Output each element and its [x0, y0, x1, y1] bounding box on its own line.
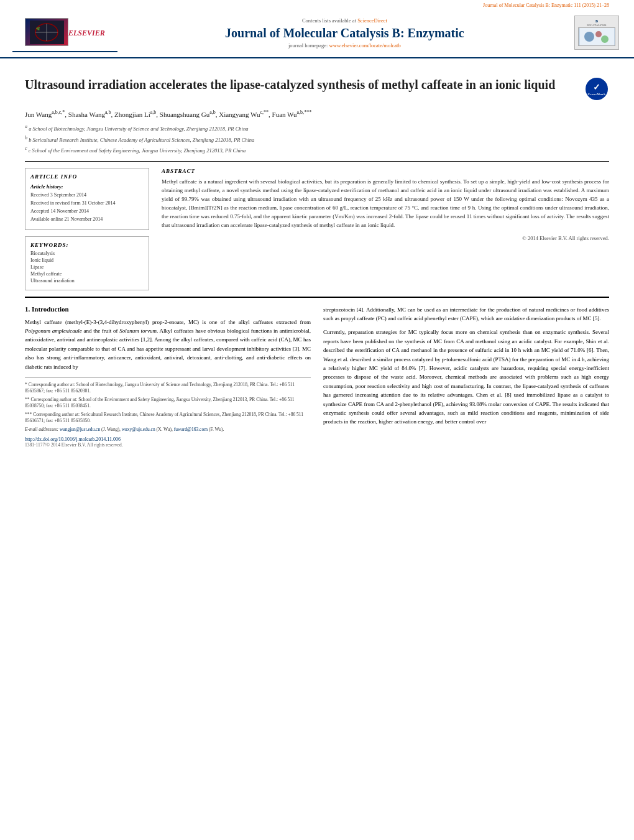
- footnotes-section: * Corresponding author at: School of Bio…: [25, 377, 311, 448]
- journal-homepage: journal homepage: www.elsevier.com/locat…: [130, 42, 559, 48]
- doi-link[interactable]: http://dx.doi.org/10.1016/j.molcatb.2014…: [25, 436, 121, 442]
- elsevier-logo-box: 🌿: [25, 18, 68, 46]
- right-col: ABSTRACT Methyl caffeate is a natural in…: [162, 168, 609, 290]
- article-history-title: Article history:: [30, 183, 144, 190]
- intro-paragraph-2: streptozotocin [4]. Additionally, MC can…: [323, 305, 609, 323]
- email-link-1[interactable]: wangjun@just.edu.cn: [60, 427, 100, 432]
- crossmark-logo: ✓ CrossMark: [584, 76, 609, 101]
- copyright-line: © 2014 Elsevier B.V. All rights reserved…: [162, 235, 609, 241]
- homepage-prefix: journal homepage:: [288, 42, 328, 48]
- svg-text:🌿: 🌿: [36, 27, 40, 31]
- footnote-1: * Corresponding author at: School of Bio…: [25, 382, 311, 395]
- journal-header: 🌿 ELSEVIER Contents lists available at S…: [0, 8, 634, 58]
- journal-title: Journal of Molecular Catalysis B: Enzyma…: [130, 26, 559, 40]
- footnote-email: E-mail addresses: wangjun@just.edu.cn (J…: [25, 427, 311, 433]
- elsevier-brand: ELSEVIER: [68, 29, 105, 38]
- crossmark-icon: ✓ CrossMark: [586, 78, 608, 100]
- keywords-box: Keywords: Biocatalysis Ionic liquid Lipa…: [25, 236, 149, 290]
- homepage-url[interactable]: www.elsevier.com/locate/molcatb: [329, 42, 401, 48]
- article-body: Ultrasound irradiation accelerates the l…: [0, 58, 634, 457]
- article-title: Ultrasound irradiation accelerates the l…: [25, 76, 584, 93]
- abstract-text: Methyl caffeate is a natural ingredient …: [162, 178, 609, 230]
- elsevier-logo-section: 🌿 ELSEVIER: [12, 13, 117, 52]
- svg-point-8: [601, 35, 609, 43]
- contents-prefix: Contents lists available at: [302, 17, 356, 24]
- page: Journal of Molecular Catalysis B: Enzyma…: [0, 0, 634, 840]
- article-info-box: ARTICLE INFO Article history: Received 3…: [25, 168, 149, 230]
- journal-right-logo: B IOCATALYSIS: [572, 16, 622, 50]
- left-col: ARTICLE INFO Article history: Received 3…: [25, 168, 149, 290]
- sciencedirect-link[interactable]: ScienceDirect: [357, 17, 387, 24]
- keywords-title: Keywords:: [30, 242, 144, 248]
- main-left: 1. Introduction Methyl caffeate (methyl-…: [25, 305, 311, 448]
- affil-b: b b Sericultural Research Institute, Chi…: [25, 134, 609, 144]
- section-1-heading: 1. Introduction: [25, 305, 311, 313]
- article-title-section: Ultrasound irradiation accelerates the l…: [25, 76, 609, 101]
- abstract-section: ABSTRACT Methyl caffeate is a natural in…: [162, 168, 609, 241]
- available-date: Available online 21 November 2014: [30, 216, 144, 223]
- main-right: streptozotocin [4]. Additionally, MC can…: [323, 305, 609, 448]
- email-link-2[interactable]: wuxy@ujs.edu.cn: [122, 427, 155, 432]
- intro-paragraph-3: Currently, preparation strategies for MC…: [323, 328, 609, 426]
- keyword-lipase: Lipase: [30, 264, 144, 270]
- two-col-section: ARTICLE INFO Article history: Received 3…: [25, 161, 609, 290]
- accepted-date: Accepted 14 November 2014: [30, 208, 144, 215]
- keyword-biocatalysis: Biocatalysis: [30, 251, 144, 256]
- affiliations: a a School of Biotechnology, Jiangsu Uni…: [25, 123, 609, 155]
- keyword-methyl-caffeate: Methyl caffeate: [30, 271, 144, 277]
- keyword-ultrasound: Ultrasound irradiation: [30, 278, 144, 284]
- article-info-title: ARTICLE INFO: [30, 173, 144, 180]
- two-col-main: 1. Introduction Methyl caffeate (methyl-…: [25, 305, 609, 448]
- affil-c: c c School of the Environment and Safety…: [25, 145, 609, 155]
- footnote-2: ** Corresponding author at: School of th…: [25, 397, 311, 410]
- citation-text: Journal of Molecular Catalysis B: Enzyma…: [483, 2, 609, 8]
- journal-center: Contents lists available at ScienceDirec…: [117, 17, 572, 48]
- contents-line: Contents lists available at ScienceDirec…: [130, 17, 559, 24]
- affil-a: a a School of Biotechnology, Jiangsu Uni…: [25, 123, 609, 133]
- main-content: 1. Introduction Methyl caffeate (methyl-…: [25, 297, 609, 448]
- email-link-3[interactable]: fuward@163.com: [174, 427, 208, 432]
- biocatalysis-logo: B IOCATALYSIS: [574, 16, 619, 50]
- revised-date: Received in revised form 31 October 2014: [30, 200, 144, 206]
- svg-point-6: [584, 32, 594, 42]
- authors-line: Jun Wanga,b,c,*, Shasha Wanga,b, Zhongji…: [25, 109, 609, 119]
- received-date: Received 3 September 2014: [30, 192, 144, 198]
- svg-point-7: [595, 31, 602, 37]
- footnote-3: *** Corresponding author at: Sericultura…: [25, 412, 311, 425]
- keyword-ionic-liquid: Ionic liquid: [30, 257, 144, 263]
- abstract-title: ABSTRACT: [162, 168, 609, 174]
- issn-line: 1381-1177/© 2014 Elsevier B.V. All right…: [25, 442, 311, 448]
- intro-paragraph-1: Methyl caffeate (methyl-(E)-3-(3,4-dihyd…: [25, 318, 311, 371]
- citation-header: Journal of Molecular Catalysis B: Enzyma…: [0, 0, 634, 8]
- doi-line: http://dx.doi.org/10.1016/j.molcatb.2014…: [25, 436, 311, 442]
